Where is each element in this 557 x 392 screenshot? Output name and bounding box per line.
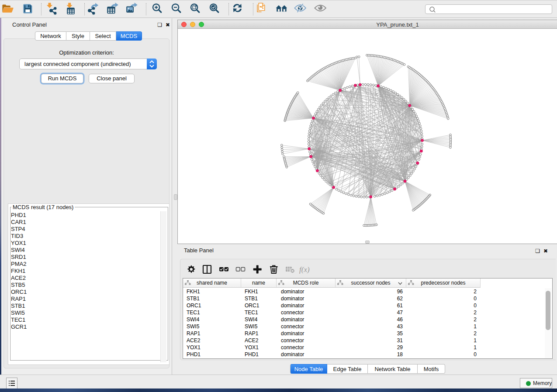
svg-text:f(x): f(x) — [299, 265, 310, 274]
